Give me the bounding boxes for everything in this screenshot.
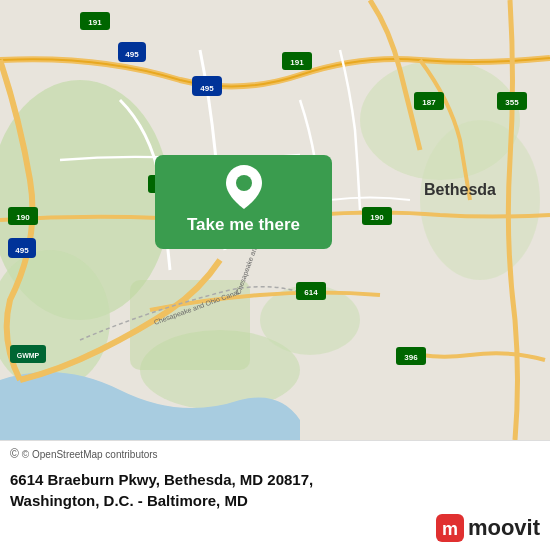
map-container: 495 495 191 191 495 187 355 190 196 614 … bbox=[0, 0, 550, 440]
svg-text:495: 495 bbox=[200, 84, 214, 93]
openstreetmap-icon: © bbox=[10, 447, 19, 461]
take-me-there-label: Take me there bbox=[187, 215, 300, 235]
svg-text:355: 355 bbox=[505, 98, 519, 107]
svg-text:396: 396 bbox=[404, 353, 418, 362]
svg-text:191: 191 bbox=[88, 18, 102, 27]
take-me-there-button[interactable]: Take me there bbox=[155, 155, 332, 249]
svg-point-7 bbox=[420, 120, 540, 280]
address-block: 6614 Braeburn Pkwy, Bethesda, MD 20817, … bbox=[10, 469, 540, 511]
svg-text:495: 495 bbox=[125, 50, 139, 59]
moovit-m-icon: m bbox=[436, 514, 464, 542]
address-line2: Washington, D.C. - Baltimore, MD bbox=[10, 492, 248, 509]
svg-text:Bethesda: Bethesda bbox=[424, 181, 496, 198]
svg-text:190: 190 bbox=[16, 213, 30, 222]
svg-text:GWMP: GWMP bbox=[17, 352, 40, 359]
svg-text:614: 614 bbox=[304, 288, 318, 297]
osm-credit-text: © OpenStreetMap contributors bbox=[22, 449, 158, 460]
openstreetmap-credit[interactable]: © © OpenStreetMap contributors bbox=[10, 447, 540, 461]
address-line1: 6614 Braeburn Pkwy, Bethesda, MD 20817, bbox=[10, 471, 313, 488]
info-bar: © © OpenStreetMap contributors 6614 Brae… bbox=[0, 440, 550, 550]
svg-text:187: 187 bbox=[422, 98, 436, 107]
svg-text:190: 190 bbox=[370, 213, 384, 222]
map-pin-icon bbox=[226, 165, 262, 209]
svg-text:191: 191 bbox=[290, 58, 304, 67]
svg-text:m: m bbox=[442, 519, 458, 539]
svg-text:495: 495 bbox=[15, 246, 29, 255]
svg-point-37 bbox=[236, 175, 252, 191]
moovit-logo: m moovit bbox=[436, 514, 540, 542]
moovit-brand-text: moovit bbox=[468, 515, 540, 541]
